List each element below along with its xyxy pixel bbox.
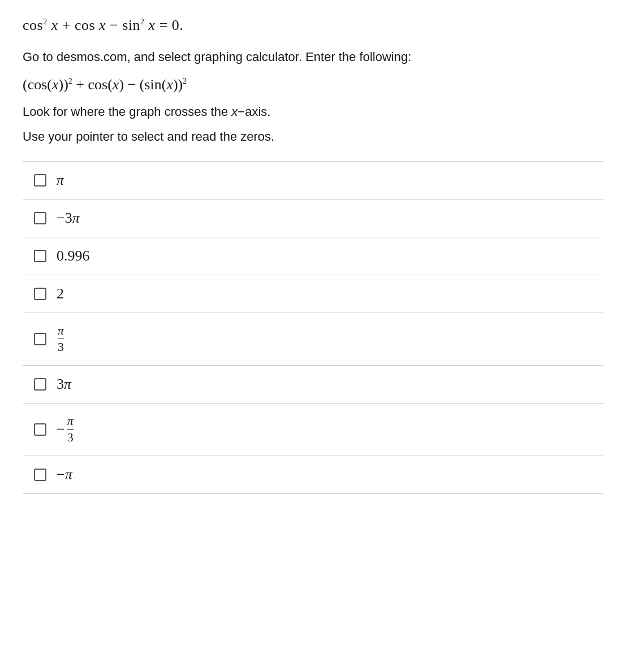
checkbox-3pi[interactable] — [34, 378, 46, 391]
answer-options: π −3π 0.996 2 π 3 — [23, 161, 603, 494]
option-neg3pi[interactable]: −3π — [23, 200, 603, 237]
instruction-3: Use your pointer to select and read the … — [23, 129, 603, 144]
neg-fraction-numerator: π — [67, 414, 74, 430]
fraction-denominator: 3 — [58, 339, 64, 354]
checkbox-neg-pi-over-3[interactable] — [34, 423, 46, 436]
checkbox-pi[interactable] — [34, 174, 46, 187]
option-neg-pi-over-3-label: − π 3 — [57, 414, 75, 445]
option-2-label: 2 — [57, 285, 64, 302]
option-3pi-label: 3π — [57, 376, 71, 393]
checkbox-pi-over-3[interactable] — [34, 333, 46, 345]
fraction-numerator: π — [58, 323, 64, 339]
option-pi[interactable]: π — [23, 161, 603, 200]
main-equation: cos2 x + cos x − sin2 x = 0. — [23, 17, 603, 34]
checkbox-0996[interactable] — [34, 250, 46, 262]
checkbox-neg-pi[interactable] — [34, 469, 46, 481]
neg-fraction-denominator: 3 — [67, 430, 74, 445]
option-neg3pi-label: −3π — [57, 210, 80, 227]
page-container: cos2 x + cos x − sin2 x = 0. Go to desmo… — [0, 0, 626, 672]
option-pi-over-3[interactable]: π 3 — [23, 313, 603, 366]
option-neg-pi[interactable]: −π — [23, 456, 603, 494]
option-0996-label: 0.996 — [57, 248, 90, 265]
checkbox-2[interactable] — [34, 288, 46, 300]
option-pi-label: π — [57, 172, 64, 189]
instruction-1: Go to desmos.com, and select graphing ca… — [23, 47, 603, 66]
option-neg-pi-over-3[interactable]: − π 3 — [23, 404, 603, 456]
checkbox-neg3pi[interactable] — [34, 212, 46, 224]
option-2[interactable]: 2 — [23, 275, 603, 313]
option-3pi[interactable]: 3π — [23, 366, 603, 404]
instruction-2: Look for where the graph crosses the x−a… — [23, 105, 603, 119]
neg-sign: − — [57, 421, 65, 438]
desmos-expression: (cos(x))2 + cos(x) − (sin(x))2 — [23, 76, 603, 93]
option-neg-pi-label: −π — [57, 466, 72, 483]
option-0996[interactable]: 0.996 — [23, 237, 603, 275]
option-pi-over-3-label: π 3 — [57, 323, 65, 355]
